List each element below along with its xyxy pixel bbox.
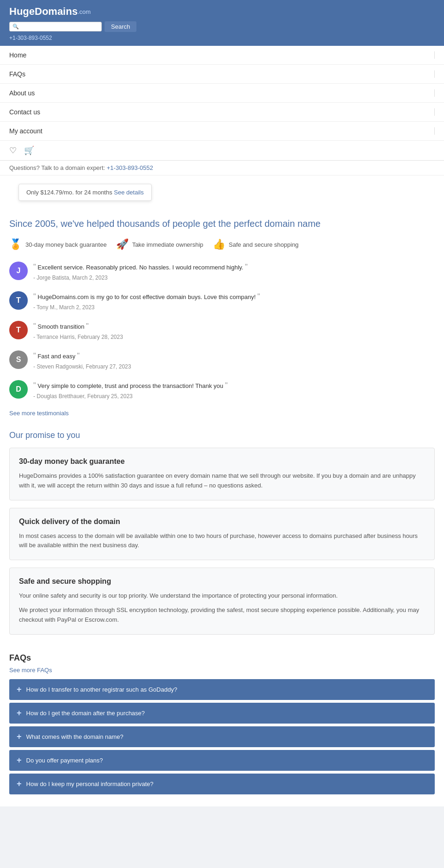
search-icon: 🔍: [12, 24, 19, 30]
testimonial-author-5: - Douglas Bretthauer, February 25, 2023: [33, 393, 435, 400]
testimonial-5: D " Very simple to complete, trust and p…: [9, 380, 435, 400]
tooltip-link[interactable]: See details: [114, 189, 143, 196]
ownership-icon: 🚀: [116, 238, 129, 250]
promise-title: Our promise to you: [9, 431, 435, 440]
open-quote-4: ": [33, 352, 36, 360]
promise-card-delivery: Quick delivery of the domain In most cas…: [9, 508, 435, 561]
see-more-faqs-link[interactable]: See more FAQs: [9, 667, 435, 674]
nav-item-faqs[interactable]: FAQs: [0, 65, 444, 84]
header: HugeDomains .com 🔍 Search +1-303-893-055…: [0, 0, 444, 46]
nav-item-account[interactable]: My account: [0, 122, 444, 141]
testimonial-3: T " Smooth transition " - Terrance Harri…: [9, 321, 435, 340]
feature-ownership: 🚀 Take immediate ownership: [116, 238, 204, 250]
logo-text: HugeDomains: [9, 6, 78, 18]
promise-card-title-3: Safe and secure shopping: [19, 577, 425, 586]
testimonial-body-4: " Fast and easy " - Steven Radgowski, Fe…: [33, 350, 435, 370]
promise-card-text-3a: Your online safety and security is our t…: [19, 591, 425, 601]
logo-area: HugeDomains .com: [9, 6, 435, 18]
pricing-tooltip: Only $124.79/mo. for 24 months See detai…: [18, 184, 152, 201]
testimonial-author-4: - Steven Radgowski, February 27, 2023: [33, 363, 435, 370]
testimonials-list: J " Excellent service. Reasonably priced…: [9, 262, 435, 400]
avatar-3: T: [9, 321, 28, 339]
promise-card-text-3b: We protect your information through SSL …: [19, 606, 425, 625]
wishlist-icon[interactable]: ♡: [9, 145, 17, 156]
testimonial-quote-3: " Smooth transition ": [33, 321, 435, 332]
page-title: Since 2005, we've helped thousands of pe…: [9, 219, 435, 229]
faq-plus-icon-3: +: [17, 732, 22, 742]
nav-divider: [434, 51, 435, 59]
testimonial-quote-5: " Very simple to complete, trust and pro…: [33, 380, 435, 391]
questions-text: Questions? Talk to a domain expert:: [9, 164, 105, 171]
faq-item-4[interactable]: + Do you offer payment plans?: [9, 750, 435, 771]
avatar-4: S: [9, 350, 28, 369]
testimonial-quote-2: " HugeDomains.com is my go to for cost e…: [33, 291, 435, 302]
nav-item-contact[interactable]: Contact us: [0, 103, 444, 122]
questions-bar: Questions? Talk to a domain expert: +1-3…: [0, 161, 444, 175]
promise-card-title-2: Quick delivery of the domain: [19, 518, 425, 526]
nav-item-home[interactable]: Home: [0, 46, 444, 65]
promise-card-text-1: HugeDomains provides a 100% satisfaction…: [19, 471, 425, 491]
nav-label-home: Home: [9, 51, 26, 59]
testimonial-4: S " Fast and easy " - Steven Radgowski, …: [9, 350, 435, 370]
faq-item-3[interactable]: + What comes with the domain name?: [9, 726, 435, 747]
faq-item-5[interactable]: + How do I keep my personal information …: [9, 774, 435, 794]
feature-money-back: 🏅 30-day money back guarantee: [9, 238, 107, 250]
testimonial-author-3: - Terrance Harris, February 28, 2023: [33, 334, 435, 340]
open-quote-3: ": [33, 322, 36, 330]
questions-phone[interactable]: +1-303-893-0552: [107, 164, 153, 171]
testimonial-text-5: Very simple to complete, trust and proce…: [37, 382, 223, 389]
feature-label-money-back: 30-day money back guarantee: [25, 241, 107, 248]
tooltip-text: Only $124.79/mo. for 24 months: [26, 189, 112, 196]
secure-icon: 👍: [213, 238, 225, 250]
feature-secure: 👍 Safe and secure shopping: [213, 238, 299, 250]
nav-label-faqs: FAQs: [9, 70, 25, 78]
promise-card-text-2: In most cases access to the domain will …: [19, 531, 425, 551]
money-back-icon: 🏅: [9, 238, 22, 250]
features-row: 🏅 30-day money back guarantee 🚀 Take imm…: [9, 238, 435, 250]
testimonial-body-1: " Excellent service. Reasonably priced. …: [33, 262, 435, 281]
nav-label-about: About us: [9, 89, 35, 97]
nav-menu: Home FAQs About us Contact us My account…: [0, 46, 444, 161]
close-quote-4: ": [77, 352, 80, 360]
faq-label-4: Do you offer payment plans?: [26, 757, 103, 764]
nav-label-account: My account: [9, 127, 43, 135]
close-quote-1: ": [245, 263, 248, 271]
search-input[interactable]: [21, 23, 95, 30]
nav-divider: [434, 108, 435, 116]
see-more-testimonials-link[interactable]: See more testimonials: [9, 410, 435, 417]
search-button[interactable]: Search: [105, 21, 136, 32]
feature-label-secure: Safe and secure shopping: [229, 241, 299, 248]
testimonial-author-2: - Tony M., March 2, 2023: [33, 304, 435, 311]
logo-com: .com: [78, 8, 91, 15]
testimonial-body-3: " Smooth transition " - Terrance Harris,…: [33, 321, 435, 340]
faq-item-1[interactable]: + How do I transfer to another registrar…: [9, 679, 435, 700]
open-quote-1: ": [33, 263, 36, 271]
promise-card-money-back: 30-day money back guarantee HugeDomains …: [9, 448, 435, 500]
faq-plus-icon-4: +: [17, 756, 22, 765]
nav-divider: [434, 70, 435, 78]
faq-label-3: What comes with the domain name?: [26, 733, 123, 740]
open-quote-5: ": [33, 381, 36, 389]
cart-icon[interactable]: 🛒: [24, 145, 34, 156]
avatar-2: T: [9, 291, 28, 310]
testimonial-quote-1: " Excellent service. Reasonably priced. …: [33, 262, 435, 273]
faqs-title: FAQs: [9, 653, 435, 663]
testimonial-body-2: " HugeDomains.com is my go to for cost e…: [33, 291, 435, 311]
search-bar: 🔍 Search: [9, 21, 435, 32]
close-quote-2: ": [258, 293, 260, 300]
avatar-5: D: [9, 380, 28, 399]
nav-icons-bar: ♡ 🛒: [0, 141, 444, 160]
faq-plus-icon-5: +: [17, 779, 22, 789]
promise-card-secure: Safe and secure shopping Your online saf…: [9, 568, 435, 634]
nav-divider: [434, 127, 435, 135]
header-phone: +1-303-893-0552: [9, 35, 435, 41]
faq-plus-icon-2: +: [17, 708, 22, 718]
faq-label-1: How do I transfer to another registrar s…: [26, 686, 178, 693]
faq-label-2: How do I get the domain after the purcha…: [26, 710, 145, 717]
faq-item-2[interactable]: + How do I get the domain after the purc…: [9, 703, 435, 724]
nav-item-about[interactable]: About us: [0, 84, 444, 103]
faqs-section: FAQs See more FAQs + How do I transfer t…: [9, 649, 435, 794]
testimonial-quote-4: " Fast and easy ": [33, 350, 435, 362]
testimonial-text-3: Smooth transition: [37, 323, 84, 330]
testimonial-text-1: Excellent service. Reasonably priced. No…: [37, 264, 243, 271]
